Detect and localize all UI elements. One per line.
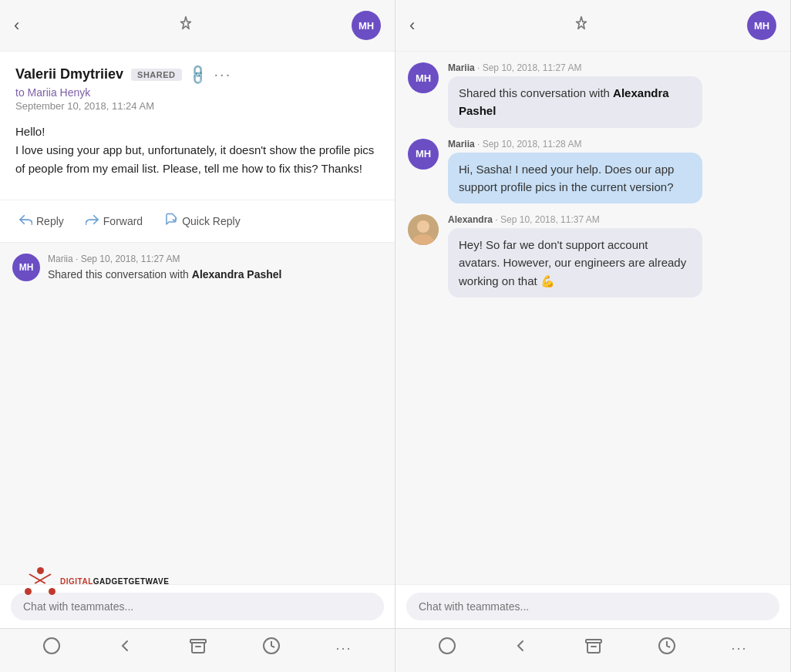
thread-bold: Alexandra Pashel [192,268,282,281]
pin-icon-left[interactable] [177,15,194,36]
right-nav-clock[interactable] [658,637,676,660]
shared-badge: SHARED [131,69,181,81]
right-header-center [573,15,590,36]
svg-point-5 [417,220,429,233]
right-panel: ‹ MH MH Mariia · Sep 10, 2018, 11:27 AM … [396,0,791,672]
left-header-left: ‹ [14,15,19,35]
rp-bubble-2: Hi, Sasha! I need your help. Does our ap… [448,153,702,204]
forward-button[interactable]: Forward [75,210,153,233]
back-icon-left[interactable]: ‹ [14,15,19,35]
thread-text1: Shared this conversation with [48,268,192,281]
rp-bubble-3: Hey! So far we don't support account ava… [448,228,702,297]
reply-label: Reply [36,215,64,227]
left-bottom-nav: ··· [0,628,395,672]
quick-reply-icon [164,213,178,230]
left-header: ‹ MH [0,0,395,52]
right-header-right: MH [747,11,776,40]
right-bottom-nav: ··· [396,628,790,672]
rp-avatar-2: MH [408,139,439,170]
right-header: ‹ MH [396,0,790,52]
email-section: Valerii Dmytriiev SHARED 🔗 ··· to Mariia… [0,52,395,200]
left-nav-more[interactable]: ··· [335,640,352,657]
svg-rect-8 [586,640,601,643]
thread-content: Mariia · Sep 10, 2018, 11:27 AM Shared t… [48,254,282,283]
rp-meta-3: Alexandra · Sep 10, 2018, 11:37 AM [448,214,702,225]
forward-icon [86,214,99,228]
quick-reply-button[interactable]: Quick Reply [153,208,251,234]
right-nav-home[interactable] [438,637,456,660]
more-icon-email[interactable]: ··· [214,66,232,83]
rp-content-1: Mariia · Sep 10, 2018, 11:27 AM Shared t… [448,62,702,128]
rp-avatar-3 [408,214,439,245]
action-bar: Reply Forward Quick Reply [0,200,395,243]
thread-avatar: MH [12,254,40,281]
right-chat-input-bar [396,584,790,628]
right-header-left: ‹ [409,15,415,35]
quick-reply-label: Quick Reply [182,215,240,227]
right-messages: MH Mariia · Sep 10, 2018, 11:27 AM Share… [396,52,790,584]
right-chat-input[interactable] [406,593,779,620]
rp-message-3: Alexandra · Sep 10, 2018, 11:37 AM Hey! … [408,214,778,297]
svg-rect-1 [190,640,206,643]
rp-message-1: MH Mariia · Sep 10, 2018, 11:27 AM Share… [408,62,778,128]
right-nav-more[interactable]: ··· [731,640,747,657]
watermark: DIGITALGADGETGETWAVE [23,567,169,595]
rp-meta-2: Mariia · Sep 10, 2018, 11:28 AM [448,139,702,150]
right-nav-back[interactable] [511,637,530,660]
left-nav-clock[interactable] [262,637,281,660]
thread-message: MH Mariia · Sep 10, 2018, 11:27 AM Share… [12,254,382,283]
rp-bubble-1: Shared this conversation with Alexandra … [448,76,702,128]
reply-icon [19,214,32,228]
rp-content-2: Mariia · Sep 10, 2018, 11:28 AM Hi, Sash… [448,139,702,204]
back-icon-right[interactable]: ‹ [409,15,415,35]
user-avatar-right[interactable]: MH [747,11,776,40]
thread-section: MH Mariia · Sep 10, 2018, 11:27 AM Share… [0,243,395,584]
forward-label: Forward [103,215,143,227]
email-date: September 10, 2018, 11:24 AM [15,100,379,112]
left-chat-input[interactable] [11,593,384,620]
rp-message-2: MH Mariia · Sep 10, 2018, 11:28 AM Hi, S… [408,139,778,204]
left-nav-archive[interactable] [189,637,207,660]
left-nav-home[interactable] [42,637,61,660]
link-icon[interactable]: 🔗 [186,62,210,86]
user-avatar-left[interactable]: MH [352,11,381,40]
thread-meta: Mariia · Sep 10, 2018, 11:27 AM [48,254,282,264]
email-from-name: Valerii Dmytriiev [15,66,123,82]
thread-bubble: Shared this conversation with Alexandra … [48,267,282,283]
pin-icon-right[interactable] [573,15,590,36]
svg-point-0 [44,638,59,654]
reply-button[interactable]: Reply [8,210,75,233]
right-nav-archive[interactable] [584,637,603,660]
rp-content-3: Alexandra · Sep 10, 2018, 11:37 AM Hey! … [448,214,702,297]
email-from-row: Valerii Dmytriiev SHARED 🔗 ··· [15,66,379,83]
left-header-right: MH [352,11,381,40]
left-nav-back[interactable] [116,637,134,660]
rp-avatar-1: MH [408,62,439,93]
email-body: Hello!I love using your app but, unfortu… [15,123,379,178]
rp-meta-1: Mariia · Sep 10, 2018, 11:27 AM [448,62,702,73]
email-to: to Mariia Henyk [15,86,379,99]
left-header-center [177,15,194,36]
svg-point-7 [439,638,455,654]
